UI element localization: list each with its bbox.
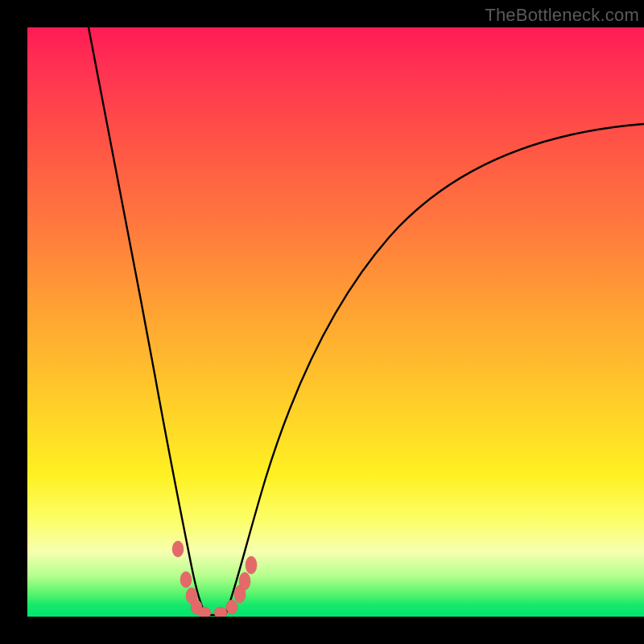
marker-dot xyxy=(198,607,211,617)
marker-dot xyxy=(172,541,184,557)
plot-area xyxy=(27,27,644,617)
marker-dot xyxy=(226,600,237,614)
marker-dot xyxy=(239,572,250,590)
marker-dot xyxy=(214,607,227,617)
watermark-text: TheBottleneck.com xyxy=(485,5,639,26)
marker-dot xyxy=(246,556,257,574)
marker-dot xyxy=(180,572,192,588)
chart-frame: TheBottleneck.com xyxy=(0,0,644,644)
curve-right-branch xyxy=(225,124,644,615)
curve-layer xyxy=(27,27,644,617)
curve-left-branch xyxy=(89,27,206,615)
